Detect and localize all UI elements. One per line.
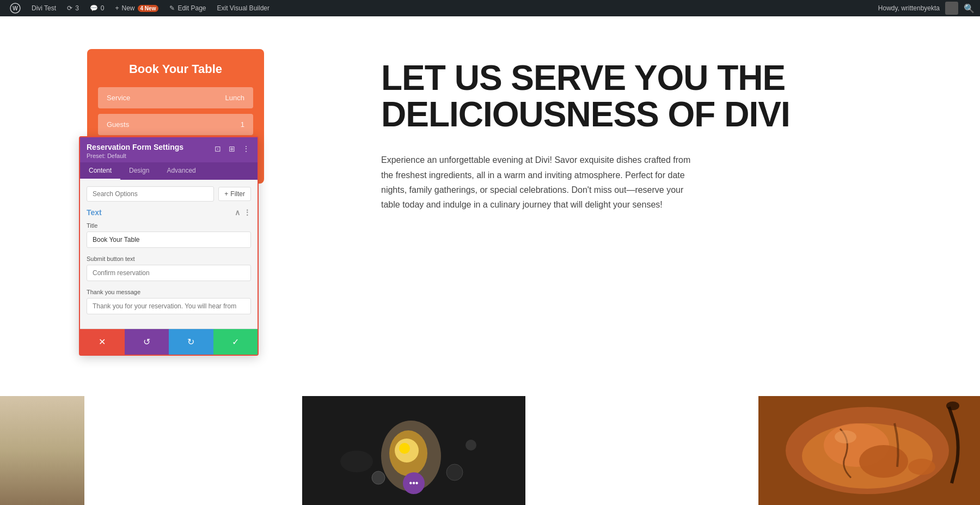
service-value: Lunch — [225, 94, 244, 102]
comments-count: 0 — [101, 4, 105, 12]
settings-tabs: Content Design Advanced — [80, 162, 258, 180]
settings-actions: ✕ ↺ ↻ ✓ — [80, 328, 258, 355]
redo-button[interactable]: ↻ — [169, 329, 213, 355]
title-input[interactable] — [87, 232, 251, 248]
grid-icon[interactable]: ⊞ — [227, 144, 237, 154]
admin-bar: W Divi Test ⟳ 3 💬 0 + New 4 New ✎ Edit P… — [0, 0, 980, 16]
search-icon[interactable]: 🔍 — [964, 3, 975, 14]
pencil-icon: ✎ — [169, 4, 175, 12]
page-wrapper: Book Your Table Service Lunch Guests 1 D… — [0, 16, 980, 505]
tab-design[interactable]: Design — [120, 162, 158, 180]
candle-image — [0, 396, 84, 505]
settings-body: + Filter Text ∧ ⋮ Title — [80, 180, 258, 328]
user-avatar — [945, 2, 958, 15]
svg-point-16 — [835, 430, 856, 443]
hero-title: LET US SERVE YOU THE DELICIOUSNESS OF DI… — [381, 60, 926, 133]
left-section: Book Your Table Service Lunch Guests 1 D… — [0, 16, 327, 505]
drafts-icon: ⟳ — [67, 4, 72, 12]
dots-icon: ••• — [409, 478, 419, 488]
food-warm-image — [758, 396, 980, 505]
settings-panel-icons: ⊡ ⊞ ⋮ — [213, 144, 251, 154]
filter-button[interactable]: + Filter — [218, 187, 251, 201]
drafts-count: 3 — [75, 4, 79, 12]
section-icons: ∧ ⋮ — [235, 208, 251, 217]
svg-point-17 — [908, 459, 935, 475]
cancel-button[interactable]: ✕ — [80, 329, 125, 355]
submit-field-label: Submit button text — [87, 255, 251, 262]
expand-icon[interactable]: ⊡ — [213, 144, 223, 154]
comments-item[interactable]: 💬 0 — [85, 0, 109, 16]
plus-icon: + — [224, 190, 228, 198]
plus-icon: + — [115, 4, 119, 12]
thankyou-input[interactable] — [87, 298, 251, 314]
svg-text:W: W — [13, 5, 18, 11]
svg-point-9 — [465, 440, 476, 451]
thankyou-field-label: Thank you message — [87, 289, 251, 295]
tab-content[interactable]: Content — [80, 162, 120, 180]
settings-panel: Reservation Form Settings Preset: Defaul… — [79, 136, 259, 356]
exit-builder-item[interactable]: Exit Visual Builder — [212, 0, 274, 16]
edit-page-item[interactable]: ✎ Edit Page — [165, 0, 210, 16]
search-filter-row: + Filter — [87, 186, 251, 202]
hero-description: Experience an unforgettable evening at D… — [381, 153, 697, 212]
drafts-item[interactable]: ⟳ 3 — [63, 0, 83, 16]
wp-logo-item[interactable]: W — [5, 0, 25, 16]
svg-point-6 — [399, 443, 410, 454]
guests-label: Guests — [107, 120, 129, 129]
three-dots-button[interactable]: ••• — [403, 472, 425, 494]
settings-title-group: Reservation Form Settings Preset: Defaul… — [87, 143, 213, 159]
site-name: Divi Test — [32, 4, 56, 12]
svg-point-15 — [859, 445, 908, 478]
booking-field-service[interactable]: Service Lunch — [98, 87, 253, 108]
site-name-item[interactable]: Divi Test — [27, 0, 60, 16]
edit-page-label: Edit Page — [177, 4, 206, 12]
booking-field-guests[interactable]: Guests 1 — [98, 114, 253, 135]
settings-panel-title: Reservation Form Settings — [87, 143, 213, 151]
svg-point-7 — [446, 464, 463, 480]
food-dark-image: ••• — [302, 396, 525, 505]
greeting-text: Howdy, writtenbyekta — [878, 4, 940, 12]
text-section-label: Text ∧ ⋮ — [87, 208, 251, 217]
right-section: LET US SERVE YOU THE DELICIOUSNESS OF DI… — [327, 16, 980, 505]
submit-field-group: Submit button text — [87, 255, 251, 281]
comments-icon: 💬 — [90, 4, 98, 12]
exit-builder-label: Exit Visual Builder — [217, 4, 270, 12]
new-item[interactable]: + New 4 New — [111, 0, 163, 16]
more-options-icon[interactable]: ⋮ — [241, 144, 251, 154]
service-label: Service — [107, 94, 130, 102]
settings-panel-preset: Preset: Default — [87, 153, 213, 159]
title-field-label: Title — [87, 222, 251, 229]
save-button[interactable]: ✓ — [213, 329, 258, 355]
undo-button[interactable]: ↺ — [125, 329, 169, 355]
submit-input[interactable] — [87, 265, 251, 281]
thankyou-field-group: Thank you message — [87, 289, 251, 314]
guests-value: 1 — [241, 120, 244, 129]
new-count-badge: 4 New — [138, 5, 159, 12]
svg-point-18 — [946, 401, 959, 410]
tab-advanced[interactable]: Advanced — [158, 162, 204, 180]
admin-bar-right: Howdy, writtenbyekta 🔍 — [878, 2, 975, 15]
settings-panel-header: Reservation Form Settings Preset: Defaul… — [80, 137, 258, 162]
svg-point-8 — [372, 471, 385, 484]
search-options-input[interactable] — [87, 186, 214, 202]
svg-point-10 — [340, 451, 373, 472]
booking-widget-title: Book Your Table — [98, 62, 253, 76]
collapse-icon[interactable]: ∧ — [235, 208, 240, 217]
title-field-group: Title — [87, 222, 251, 248]
new-label: New — [122, 4, 135, 12]
section-more-icon[interactable]: ⋮ — [243, 208, 251, 217]
